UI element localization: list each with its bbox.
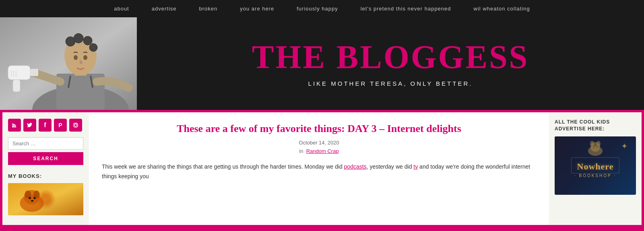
body-text-2: , yesterday we did xyxy=(367,163,414,170)
ad-title: Nowhere xyxy=(577,161,614,172)
svg-point-33 xyxy=(597,141,601,146)
social-icons-row: f P xyxy=(8,119,83,132)
site-subtitle: LIKE MOTHER TERESA, ONLY BETTER. xyxy=(308,80,473,87)
search-input[interactable] xyxy=(8,137,83,150)
svg-rect-14 xyxy=(13,80,20,92)
body-link-tv[interactable]: tv xyxy=(413,163,418,170)
nav-item-wil-wheaton[interactable]: wil wheaton collating xyxy=(462,0,541,17)
body-link-podcasts[interactable]: podcasts xyxy=(344,163,367,170)
site-title: THE BLOGGESS xyxy=(252,41,529,74)
main-navigation: about advertise broken you are here furi… xyxy=(0,0,644,17)
article-title: These are a few of my favorite things: D… xyxy=(102,122,536,136)
svg-point-35 xyxy=(596,146,598,148)
nav-item-lets-pretend[interactable]: let's pretend this never happened xyxy=(349,0,462,17)
nav-item-advertise[interactable]: advertise xyxy=(140,0,188,17)
svg-point-10 xyxy=(74,55,78,60)
nav-item-about[interactable]: about xyxy=(103,0,140,17)
svg-point-20 xyxy=(74,124,77,126)
nav-item-broken[interactable]: broken xyxy=(188,0,229,17)
svg-point-34 xyxy=(593,146,594,148)
ad-box[interactable]: ✦ Nowhere · BOOKSHOP · xyxy=(555,136,636,195)
category-link[interactable]: Random Crap xyxy=(306,148,339,154)
body-text-1: This week we are sharing the things that… xyxy=(102,163,344,170)
article-category: in Random Crap xyxy=(102,148,536,154)
book-thumbnail xyxy=(8,183,83,215)
svg-point-8 xyxy=(83,36,92,45)
site-title-area: THE BLOGGESS LIKE MOTHER TERESA, ONLY BE… xyxy=(137,33,644,95)
nav-item-you-are-here[interactable]: you are here xyxy=(229,0,285,17)
sidebar-right: ALL THE COOL KIDS ADVERTISE HERE: ✦ Nowh… xyxy=(549,112,642,225)
my-books-label: MY BOOKS: xyxy=(8,173,83,179)
article-date: October 14, 2020 xyxy=(102,140,536,146)
twitter-icon[interactable] xyxy=(23,119,36,132)
nav-item-furiously-happy[interactable]: furiously happy xyxy=(285,0,349,17)
article-body: This week we are sharing the things that… xyxy=(102,162,536,182)
category-prefix: in xyxy=(299,148,303,154)
svg-point-9 xyxy=(89,43,97,52)
ad-label: ALL THE COOL KIDS ADVERTISE HERE: xyxy=(555,119,636,132)
svg-point-11 xyxy=(83,55,87,60)
svg-point-27 xyxy=(29,197,31,199)
svg-point-7 xyxy=(74,33,83,43)
svg-point-32 xyxy=(590,141,594,146)
main-content: These are a few of my favorite things: D… xyxy=(89,112,549,225)
svg-point-18 xyxy=(12,126,14,128)
svg-point-29 xyxy=(31,200,33,202)
site-header: THE BLOGGESS LIKE MOTHER TERESA, ONLY BE… xyxy=(0,17,644,110)
main-wrapper: f P SEARCH MY BOOKS: xyxy=(0,110,644,225)
facebook-icon[interactable]: f xyxy=(39,119,52,132)
instagram-icon[interactable] xyxy=(69,119,82,132)
svg-point-28 xyxy=(33,197,36,199)
header-image xyxy=(0,17,137,110)
svg-rect-22 xyxy=(8,184,83,215)
ad-subtitle: · BOOKSHOP · xyxy=(574,173,616,178)
pinterest-icon[interactable]: P xyxy=(54,119,67,132)
svg-point-21 xyxy=(77,124,77,124)
ad-star-icon: ✦ xyxy=(621,141,628,151)
sidebar-left: f P SEARCH MY BOOKS: xyxy=(2,112,89,225)
search-button[interactable]: SEARCH xyxy=(8,152,83,165)
svg-rect-13 xyxy=(30,69,38,76)
rss-icon[interactable] xyxy=(8,119,21,132)
